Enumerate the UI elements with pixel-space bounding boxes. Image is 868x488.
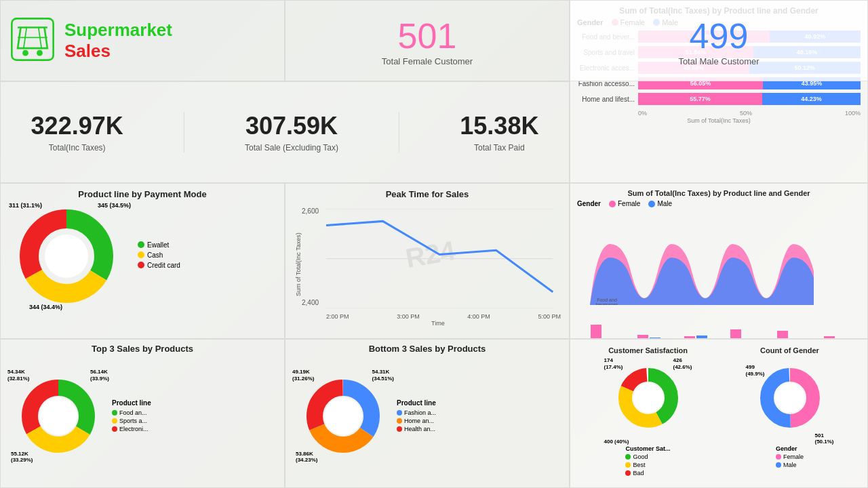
top3-legend: Product line Food an... Sports a... Elec… <box>112 399 151 434</box>
kpi-row: 322.97K Total(Inc Taxes) 307.59K Total S… <box>0 81 570 183</box>
sat-legend-bad: Bad <box>625 470 670 476</box>
grouped-female-dot <box>609 201 616 207</box>
line-chart-plot: 2,600 2,400 R24 2:00 PM 3:00 PM 4: <box>302 202 561 327</box>
line-chart-container: Sum of Total(Inc Taxes) 2,600 2,400 R24 <box>294 202 561 327</box>
gender-label-tl: 499(49.9%) <box>746 364 765 377</box>
satisfaction-legend: Customer Sat... Good Best Bad <box>625 445 670 478</box>
bar-female <box>591 325 601 339</box>
top3-title: Top 3 Sales by Products <box>7 344 277 354</box>
gender-female-label: Female <box>783 453 804 460</box>
bottom3-home-label: Home an... <box>404 418 434 424</box>
top3-label-tr: 56.14K(33.9%) <box>90 369 109 382</box>
kpi-total-tax: 15.38K Total Tax Paid <box>460 112 538 152</box>
hbar-female: 55.77% <box>638 93 762 105</box>
logo-sales: Sales <box>64 41 172 62</box>
legend-ewallet: Ewallet <box>138 241 180 249</box>
chart-bottom3: Bottom 3 Sales by Products 54.31K(34.51%… <box>285 339 570 488</box>
bottom3-health-dot <box>397 426 402 432</box>
bottom3-fashion-label: Fashion a... <box>404 409 436 416</box>
payment-label-bl: 344 (34.4%) <box>29 304 62 310</box>
top3-electronic-label: Electroni... <box>119 426 149 432</box>
credit-dot <box>138 262 144 268</box>
kpi-divider-1 <box>184 112 184 152</box>
logo-text: Supermarket Sales <box>64 20 172 62</box>
sat-good-dot <box>625 454 631 460</box>
sat-label-tr: 426(42.6%) <box>673 357 692 370</box>
top3-legend-electronic: Electroni... <box>112 426 151 432</box>
bottom3-title: Bottom 3 Sales by Products <box>292 344 562 354</box>
male-count-value: 499 <box>690 16 749 56</box>
sat-bad-dot <box>625 470 631 476</box>
ewallet-dot <box>138 241 144 248</box>
x-axis-label: Time <box>431 320 445 327</box>
gender-female-dot <box>776 454 781 460</box>
svg-point-23 <box>324 397 362 435</box>
sat-best-label: Best <box>633 462 645 468</box>
payment-donut-svg <box>16 209 117 304</box>
gender-count-donut-container: 499(49.9%) 501(50.1%) <box>746 357 834 445</box>
grouped-legend: Gender Female Male <box>577 200 861 207</box>
hbar-row: Home and lifest... 55.77% 44.23% <box>577 93 861 105</box>
gender-count-legend: Gender Female Male <box>776 445 804 470</box>
gender-male-dot <box>776 462 781 468</box>
sat-label-bl: 400 (40%) <box>604 439 629 445</box>
kpi-total-tax-label: Total Tax Paid <box>460 143 538 152</box>
bottom3-label-tr: 54.31K(34.51%) <box>372 369 394 382</box>
satisfaction-donut-container: 426(42.6%) 174(17.4%) 400 (40%) <box>604 357 692 445</box>
bar-female <box>777 331 788 339</box>
kpi-total-inc-tax-value: 322.97K <box>31 112 123 140</box>
payment-label-tl: 311 (31.1%) <box>9 202 42 209</box>
top3-sports-dot <box>112 418 117 424</box>
top3-food-label: Food an... <box>119 409 147 416</box>
payment-label-tr: 345 (34.5%) <box>98 202 131 209</box>
hbar-male: 44.23% <box>762 93 861 105</box>
top3-legend-food: Food an... <box>112 409 151 416</box>
payment-donut-title: Product line by Payment Mode <box>9 189 276 199</box>
grouped-legend-male: Male <box>648 200 672 207</box>
header-male-count: 499 Total Male Customer <box>570 0 868 81</box>
top3-food-dot <box>112 410 117 415</box>
gender-label-br: 501(50.1%) <box>814 432 833 445</box>
hbar-axis-label: Sum of Total(Inc Taxes) <box>577 117 861 124</box>
bar-female <box>730 329 741 339</box>
header-logo: Supermarket Sales <box>0 0 285 81</box>
svg-point-27 <box>633 383 663 413</box>
top3-legend-sports: Sports a... <box>112 418 151 424</box>
grouped-bar-svg: Food and beverages <box>577 210 861 305</box>
cash-dot <box>138 251 144 258</box>
gender-count-donut-svg <box>760 367 821 428</box>
top3-label-tl: 54.34K(32.81%) <box>7 369 29 382</box>
grouped-male-dot <box>648 201 655 207</box>
y-axis-label: Sum of Total(Inc Taxes) <box>294 202 302 327</box>
sat-label-tl: 174(17.4%) <box>604 357 623 370</box>
ewallet-label: Ewallet <box>147 241 169 249</box>
top3-content: 56.14K(33.9%) 54.34K(32.81%) 55.12K(33.2… <box>7 357 277 476</box>
gender-legend-female: Female <box>776 453 804 460</box>
gender-legend-title: Gender <box>776 445 804 452</box>
chart-grouped-bars: Sum of Total(Inc Taxes) by Product line … <box>570 183 868 339</box>
bottom3-home-dot <box>397 418 402 424</box>
gender-count-section: Count of Gender 499(49.9%) 501(50.1%) Ge… <box>719 344 861 483</box>
grouped-bar-html <box>577 308 861 339</box>
bar-group <box>719 329 765 339</box>
bottom3-legend-home: Home an... <box>397 418 436 424</box>
bottom3-donut-container: 54.31K(34.51%) 49.19K(31.26%) 53.86K(34.… <box>292 369 394 464</box>
svg-point-10 <box>45 235 88 278</box>
chart-satisfaction-gender: Customer Satisfaction 426(42.6%) 174(17.… <box>570 339 868 488</box>
y-top: 2,600 <box>302 207 319 215</box>
chart-payment-donut: Product line by Payment Mode 345 (34.5%)… <box>0 183 285 339</box>
chart-top3: Top 3 Sales by Products 56.14K(33.9%) 54… <box>0 339 285 488</box>
cart-icon <box>9 16 56 66</box>
legend-cash: Cash <box>138 251 180 259</box>
bottom3-legend-health: Health an... <box>397 426 436 432</box>
kpi-total-tax-value: 15.38K <box>460 112 538 140</box>
svg-point-19 <box>39 397 77 435</box>
hbar-label: Home and lifest... <box>577 96 638 103</box>
legend-credit: Credit card <box>138 262 180 269</box>
bar-group <box>766 331 812 339</box>
grouped-legend-female: Female <box>609 200 640 207</box>
top3-sports-label: Sports a... <box>119 418 147 424</box>
bottom3-legend: Product line Fashion a... Home an... Hea… <box>397 399 436 434</box>
male-count-label: Total Male Customer <box>678 56 759 66</box>
kpi-total-inc-tax: 322.97K Total(Inc Taxes) <box>31 112 123 152</box>
